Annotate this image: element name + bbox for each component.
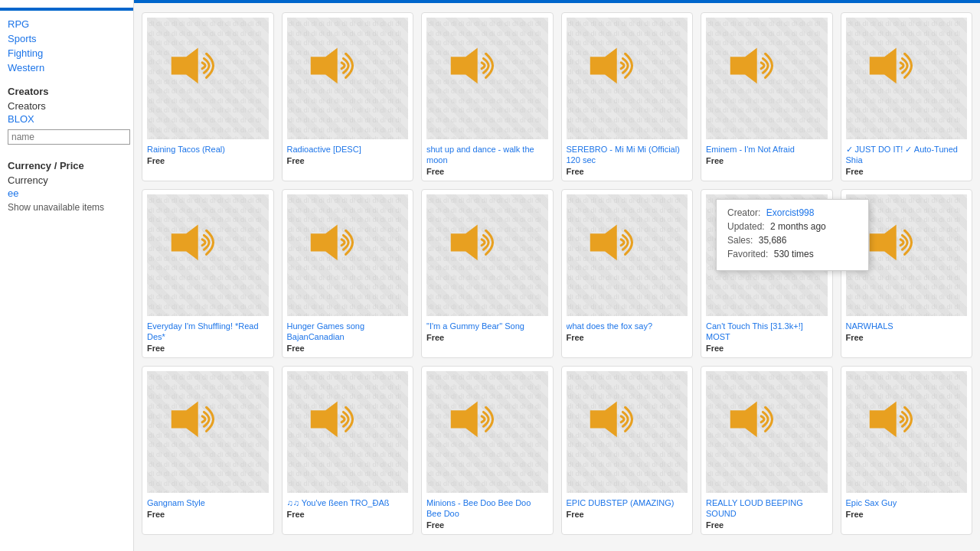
card-r3c6[interactable]: dI dI dI dI dI dI dI dI dI dI dI dI dI d… (841, 366, 973, 535)
card-thumbnail-r3c2: dI dI dI dI dI dI dI dI dI dI dI dI dI d… (287, 371, 409, 493)
card-thumbnail-r1c6: dI dI dI dI dI dI dI dI dI dI dI dI dI d… (846, 18, 968, 139)
card-r2c4[interactable]: dI dI dI dI dI dI dI dI dI dI dI dI dI d… (561, 189, 694, 358)
sound-icon-r1c2 (305, 36, 390, 121)
sound-icon-r3c5 (724, 390, 809, 474)
sound-icon-r3c1 (165, 390, 250, 474)
sidebar-item-sports[interactable]: Sports (0, 31, 133, 46)
tooltip-updated-label: Updated: (727, 221, 765, 232)
blox-creator-link[interactable]: BLOX (8, 113, 126, 125)
currency-heading: Currency / Price (8, 160, 126, 171)
card-price-r2c6: Free (846, 333, 968, 342)
card-r1c4[interactable]: dI dI dI dI dI dI dI dI dI dI dI dI dI d… (561, 12, 694, 181)
card-title-r2c1: Everyday I'm Shuffling! *Read Des* (147, 321, 269, 343)
card-thumbnail-r1c4: dI dI dI dI dI dI dI dI dI dI dI dI dI d… (567, 18, 688, 139)
card-price-r1c3: Free (426, 167, 548, 176)
card-thumbnail-r3c4: dI dI dI dI dI dI dI dI dI dI dI dI dI d… (567, 371, 688, 493)
card-r2c2[interactable]: dI dI dI dI dI dI dI dI dI dI dI dI dI d… (282, 189, 414, 358)
creators-heading: Creators (8, 86, 126, 97)
card-title-r3c1: Gangnam Style (147, 497, 269, 508)
card-title-r2c4: what does the fox say? (567, 321, 688, 331)
card-thumbnail-r2c3: dI dI dI dI dI dI dI dI dI dI dI dI dI d… (426, 194, 548, 316)
card-thumbnail-r3c1: dI dI dI dI dI dI dI dI dI dI dI dI dI d… (147, 371, 269, 493)
card-tooltip: Creator: Exorcist998 Updated: 2 months a… (716, 199, 869, 271)
card-thumbnail-r1c3: dI dI dI dI dI dI dI dI dI dI dI dI dI d… (426, 18, 548, 139)
tooltip-creator-label: Creator: (727, 207, 760, 218)
card-price-r2c2: Free (287, 344, 409, 353)
card-r3c2[interactable]: dI dI dI dI dI dI dI dI dI dI dI dI dI d… (282, 366, 414, 535)
svg-marker-5 (870, 47, 897, 83)
card-title-r3c2: ♫♫ You've ßeen TRO_ÐAß (287, 497, 409, 508)
card-price-r1c1: Free (147, 156, 269, 165)
card-title-r1c2: Radioactive [DESC] (287, 144, 409, 155)
tooltip-favorited-label: Favorited: (727, 249, 768, 259)
card-r2c1[interactable]: dI dI dI dI dI dI dI dI dI dI dI dI dI d… (142, 189, 274, 358)
card-title-r1c5: Eminem - I'm Not Afraid (706, 144, 828, 155)
card-thumbnail-r2c2: dI dI dI dI dI dI dI dI dI dI dI dI dI d… (287, 194, 409, 316)
sound-icon-r3c6 (864, 390, 949, 474)
card-price-r1c2: Free (287, 156, 409, 165)
card-r1c3[interactable]: dI dI dI dI dI dI dI dI dI dI dI dI dI d… (421, 12, 554, 181)
svg-marker-0 (172, 47, 198, 83)
card-price-r3c6: Free (846, 510, 968, 519)
card-r3c3[interactable]: dI dI dI dI dI dI dI dI dI dI dI dI dI d… (421, 366, 554, 535)
card-price-r3c5: Free (706, 520, 828, 530)
card-price-r2c1: Free (147, 344, 269, 353)
sound-icon-r2c2 (305, 213, 390, 298)
svg-marker-2 (451, 47, 478, 83)
sound-icon-r3c3 (445, 390, 530, 474)
sound-icon-r1c4 (584, 36, 669, 121)
tooltip-creator-value[interactable]: Exorcist998 (766, 207, 815, 218)
card-thumbnail-r1c1: dI dI dI dI dI dI dI dI dI dI dI dI dI d… (147, 18, 269, 139)
card-title-r1c1: Raining Tacos (Real) (147, 144, 269, 155)
card-title-r1c4: SEREBRO - Mi Mi Mi (Official) 120 sec (567, 144, 688, 166)
sound-icon-r1c1 (165, 36, 250, 121)
creator-name-input[interactable] (8, 129, 130, 145)
card-price-r3c2: Free (287, 510, 409, 519)
card-r2c3[interactable]: dI dI dI dI dI dI dI dI dI dI dI dI dI d… (421, 189, 554, 358)
card-grid: dI dI dI dI dI dI dI dI dI dI dI dI dI d… (142, 12, 972, 535)
card-r1c1[interactable]: dI dI dI dI dI dI dI dI dI dI dI dI dI d… (142, 12, 274, 181)
card-r1c5[interactable]: dI dI dI dI dI dI dI dI dI dI dI dI dI d… (701, 12, 833, 181)
svg-marker-9 (590, 224, 617, 260)
tooltip-sales-value: 35,686 (759, 235, 787, 246)
show-unavailable-toggle[interactable]: Show unavailable items (8, 202, 126, 213)
card-thumbnail-r1c5: dI dI dI dI dI dI dI dI dI dI dI dI dI d… (706, 18, 828, 139)
currency-label: Currency (8, 174, 126, 186)
card-r3c4[interactable]: dI dI dI dI dI dI dI dI dI dI dI dI dI d… (561, 366, 694, 535)
sidebar-item-rpg[interactable]: RPG (0, 17, 133, 31)
svg-marker-15 (590, 402, 617, 438)
sidebar-item-western[interactable]: Western (0, 60, 133, 75)
card-title-r3c5: REALLY LOUD BEEPING SOUND (706, 497, 828, 520)
svg-marker-16 (730, 402, 757, 438)
card-price-r2c5: Free (706, 344, 828, 353)
svg-marker-12 (172, 402, 198, 438)
card-price-r1c4: Free (567, 167, 688, 176)
card-title-r1c3: shut up and dance - walk the moon (426, 144, 548, 166)
card-title-r1c6: ✓ JUST DO IT! ✓ Auto-Tuned Shia (846, 144, 968, 166)
sound-icon-r1c5 (724, 36, 809, 121)
card-title-r2c6: NARWHALS (846, 321, 968, 331)
card-r3c1[interactable]: dI dI dI dI dI dI dI dI dI dI dI dI dI d… (142, 366, 274, 535)
card-r3c5[interactable]: dI dI dI dI dI dI dI dI dI dI dI dI dI d… (701, 366, 833, 535)
free-link[interactable]: ee (8, 187, 126, 199)
card-thumbnail-r1c2: dI dI dI dI dI dI dI dI dI dI dI dI dI d… (287, 18, 409, 139)
svg-marker-11 (870, 224, 897, 260)
card-r1c6[interactable]: dI dI dI dI dI dI dI dI dI dI dI dI dI d… (841, 12, 973, 181)
card-thumbnail-r3c6: dI dI dI dI dI dI dI dI dI dI dI dI dI d… (846, 371, 968, 493)
card-title-r3c4: EPIC DUBSTEP (AMAZING) (567, 497, 688, 508)
card-r1c2[interactable]: dI dI dI dI dI dI dI dI dI dI dI dI dI d… (282, 12, 414, 181)
sound-icon-r2c6 (864, 213, 949, 298)
sound-icon-r2c1 (165, 213, 250, 298)
currency-section: Currency / Price Currency ee Show unavai… (0, 155, 133, 217)
card-price-r3c3: Free (426, 520, 548, 530)
card-price-r2c3: Free (426, 333, 548, 342)
card-title-r2c2: Hunger Games song BajanCanadian (287, 321, 409, 343)
card-title-r3c6: Epic Sax Guy (846, 497, 968, 508)
card-title-r2c3: "I'm a Gummy Bear" Song (426, 321, 548, 331)
card-price-r2c4: Free (567, 333, 688, 342)
sidebar-item-fighting[interactable]: Fighting (0, 46, 133, 60)
tooltip-sales-label: Sales: (727, 235, 753, 246)
sound-icon-r3c2 (305, 390, 390, 474)
card-thumbnail-r2c4: dI dI dI dI dI dI dI dI dI dI dI dI dI d… (567, 194, 688, 316)
sound-icon-r2c3 (445, 213, 530, 298)
